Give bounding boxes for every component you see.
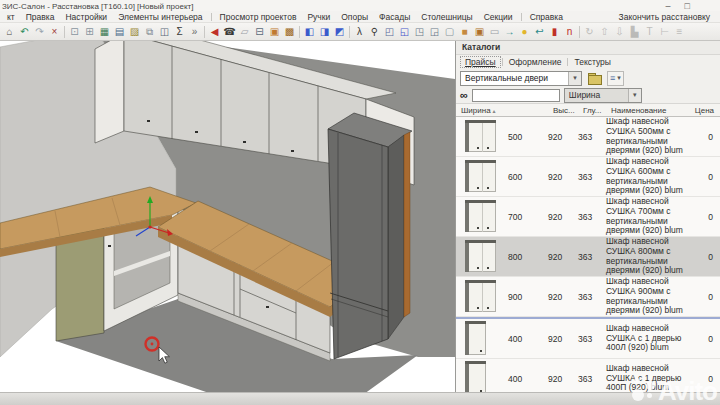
- minimize-button[interactable]: –: [666, 2, 671, 10]
- cell-name: Шкаф навесной СУШКА 900мм с вертикальным…: [606, 277, 687, 316]
- menu-item[interactable]: Секции: [479, 12, 518, 22]
- toolbar-separator: [64, 26, 65, 38]
- menu-item[interactable]: Правка: [21, 12, 60, 22]
- zoom-mode-icon[interactable]: ⚲: [367, 25, 382, 39]
- column-header-price[interactable]: Цена: [688, 104, 720, 116]
- toolbar: ⌂↶↷×⊡⊞▦▤▨⧉◫Σ»◀☎▱⊟▣▩◧◨◩λ⚲◰◱◳◲▢■▣▭→●↩▮n↻⇧⇩…: [0, 22, 720, 41]
- avito-logo-icon: [632, 377, 655, 402]
- cell-depth: 363: [578, 197, 606, 236]
- cell-height: 920: [548, 117, 578, 156]
- phone-icon[interactable]: ☎: [222, 25, 237, 39]
- bulb-icon[interactable]: ●: [517, 25, 532, 39]
- arrow-teal-icon[interactable]: →: [502, 25, 517, 39]
- cell-width: 400: [508, 319, 548, 358]
- scene-canvas: [0, 41, 455, 396]
- cabinet-thumbnail: [465, 361, 488, 396]
- thumbnail-cell: [456, 319, 508, 358]
- cell-width: 500: [508, 117, 548, 156]
- sum-icon[interactable]: Σ: [172, 25, 187, 39]
- table-row[interactable]: 900920363Шкаф навесной СУШКА 900мм с вер…: [456, 277, 720, 317]
- menu-item[interactable]: Опоры: [336, 12, 373, 22]
- column-header-width[interactable]: Ширина ▴: [456, 104, 553, 116]
- red-n-icon[interactable]: n: [562, 25, 577, 39]
- column-header-name[interactable]: Наименование: [611, 104, 688, 116]
- undo-icon[interactable]: ↶: [17, 25, 32, 39]
- thumbnail-cell: [456, 157, 508, 196]
- tab-textures[interactable]: Текстуры: [570, 57, 615, 67]
- layers-icon[interactable]: ◨: [317, 25, 332, 39]
- tab-decoration[interactable]: Оформление: [505, 57, 566, 67]
- search-field-dropdown[interactable]: Ширина ▾: [564, 88, 642, 103]
- finish-layout-button[interactable]: Закончить расстановку: [615, 12, 714, 22]
- panel-icon[interactable]: ▭: [487, 25, 502, 39]
- thumbnail-cell: [456, 359, 508, 396]
- walk-mode-icon[interactable]: λ: [352, 25, 367, 39]
- cell-name: Шкаф навесной СУШКА 500мм с вертикальным…: [606, 117, 687, 156]
- price-table-icon[interactable]: ▦: [97, 25, 112, 39]
- tall-cabinet[interactable]: [328, 113, 412, 359]
- overflow-icon[interactable]: »: [187, 25, 202, 39]
- maximize-button[interactable]: □: [685, 2, 690, 10]
- page-style-icon[interactable]: ◩: [332, 25, 347, 39]
- box-filled-icon[interactable]: ▣: [472, 25, 487, 39]
- chevron-down-icon[interactable]: ▾: [628, 89, 641, 102]
- menu-item[interactable]: Элементы интерьера: [113, 12, 207, 22]
- home-icon[interactable]: ⌂: [2, 25, 17, 39]
- loudspeaker-icon[interactable]: ◀: [207, 25, 222, 39]
- menu-item[interactable]: Фасады: [374, 12, 415, 22]
- chevron-down-icon: ▾: [617, 74, 621, 82]
- box-open-icon[interactable]: ▢: [442, 25, 457, 39]
- window-view-icon[interactable]: ◫: [157, 25, 172, 39]
- box-closed-icon[interactable]: ■: [457, 25, 472, 39]
- select-marquee-icon[interactable]: ⊡: [67, 25, 82, 39]
- chevron-down-icon[interactable]: ▾: [568, 72, 581, 85]
- menu-item[interactable]: Ручки: [302, 12, 335, 22]
- text-add-icon[interactable]: ◧: [302, 25, 317, 39]
- menu-item[interactable]: Столешницы: [416, 12, 477, 22]
- menu-items: ктПравкаНастройкиЭлементы интерьераПросм…: [2, 12, 568, 22]
- redo-icon[interactable]: ↷: [32, 25, 47, 39]
- menu-item[interactable]: кт: [2, 12, 20, 22]
- grid-settings-icon[interactable]: ⊟: [252, 25, 267, 39]
- presentation-icon[interactable]: ⧉: [142, 25, 157, 39]
- cell-width: 800: [508, 237, 548, 276]
- table-row[interactable]: 400920363Шкаф навесной СУШКА с 1 дверью …: [456, 319, 720, 359]
- toolbar-separator: [349, 26, 350, 38]
- tab-prices[interactable]: Прайсы: [461, 57, 500, 67]
- cell-width: 700: [508, 197, 548, 236]
- category-dropdown[interactable]: Вертикальные двери ▾: [460, 71, 582, 86]
- cube-view-blue-icon[interactable]: ◱: [397, 25, 412, 39]
- search-input[interactable]: [472, 89, 560, 102]
- box-brown-icon[interactable]: ▩: [282, 25, 297, 39]
- table-row[interactable]: 700920363Шкаф навесной СУШКА 700мм с вер…: [456, 197, 720, 237]
- select-add-icon[interactable]: ⊞: [82, 25, 97, 39]
- table-row[interactable]: 800920363Шкаф навесной СУШКА 800мм с вер…: [456, 237, 720, 277]
- eraser-icon[interactable]: ▱: [237, 25, 252, 39]
- category-row: Вертикальные двери ▾ ≡ ▾: [456, 68, 720, 87]
- refresh-icon: ↻: [582, 25, 597, 39]
- open-catalog-icon[interactable]: [587, 72, 602, 85]
- swoosh-icon[interactable]: ↩: [532, 25, 547, 39]
- cube-view-iso-icon[interactable]: ◲: [427, 25, 442, 39]
- 3d-viewport[interactable]: [0, 41, 455, 396]
- tab-separator: [567, 58, 568, 66]
- column-header-height[interactable]: Выс...: [553, 104, 583, 116]
- thumbnail-cell: [456, 237, 508, 276]
- delete-icon[interactable]: ×: [47, 25, 62, 39]
- cell-depth: 363: [578, 157, 606, 196]
- materials-icon[interactable]: ▨: [127, 25, 142, 39]
- column-header-depth[interactable]: Глу...: [583, 104, 611, 116]
- table-row[interactable]: 600920363Шкаф навесной СУШКА 600мм с вер…: [456, 157, 720, 197]
- menu-item[interactable]: Справка: [525, 12, 568, 22]
- view-mode-button[interactable]: ≡ ▾: [607, 71, 624, 86]
- cell-depth: 363: [578, 237, 606, 276]
- cube-view-left-icon[interactable]: ◳: [412, 25, 427, 39]
- box-orange-icon[interactable]: ▣: [267, 25, 282, 39]
- menu-item[interactable]: Настройки: [60, 12, 112, 22]
- table-row[interactable]: 500920363Шкаф навесной СУШКА 500мм с вер…: [456, 117, 720, 157]
- menu-item[interactable]: Просмотр проектов: [215, 12, 302, 22]
- red-bar-icon[interactable]: ▮: [547, 25, 562, 39]
- cube-view-front-icon[interactable]: ◰: [382, 25, 397, 39]
- project-tree-icon[interactable]: ▤: [112, 25, 127, 39]
- watermark-text: Avito: [658, 380, 717, 402]
